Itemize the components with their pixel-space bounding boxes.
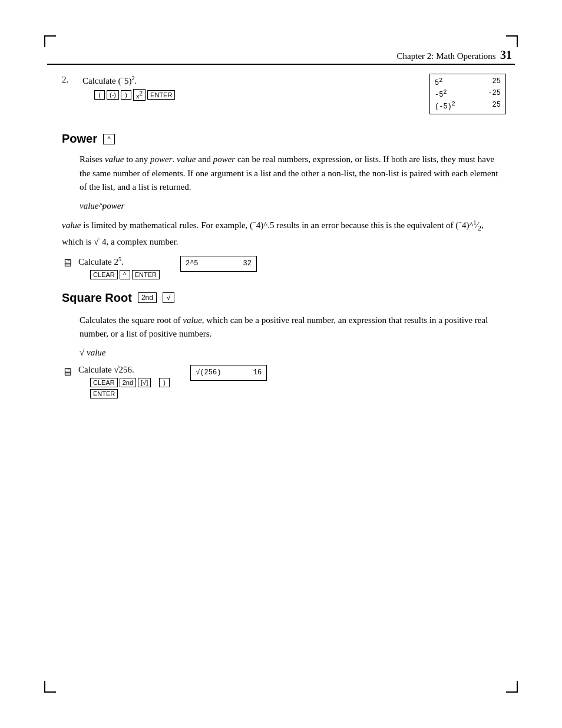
key-caret: ^	[120, 270, 130, 279]
sqrt-screen-left: √(256)	[196, 368, 221, 378]
key-clear-power: CLEAR	[90, 270, 118, 279]
screen-row-3-left: (-5)2	[435, 100, 455, 112]
key-digit-sqrt: )	[159, 378, 170, 387]
power-description: Raises value to any power. value and pow…	[80, 153, 506, 194]
sqrt-screen-row: √(256) 16	[196, 368, 262, 378]
corner-mark-tl	[44, 35, 56, 37]
screen-row-2-right: -25	[488, 88, 501, 100]
screen-row-1-right: 25	[492, 77, 501, 88]
calc-screen-sqrt: √(256) 16	[190, 365, 267, 381]
sqrt-formula: √ value	[80, 348, 506, 358]
calc-screen-1: 52 25 -52 -25 (-5)2 25	[429, 74, 506, 114]
screen-row-1-left: 52	[435, 77, 442, 88]
sqrt-example-text: Calculate √256.	[78, 365, 170, 375]
key-enter-sqrt: ENTER	[90, 389, 118, 398]
main-content: 2. Calculate (−5)2. ( (-) ) x2 ENTER 52 …	[62, 71, 506, 407]
corner-mark-v-tr	[517, 35, 518, 47]
power-key-symbol: ^	[103, 134, 115, 144]
problem-2-keystrokes: ( (-) ) x2 ENTER	[94, 89, 418, 101]
header-area: Chapter 2: Math Operations 31	[397, 48, 512, 62]
sqrt-key2: √	[163, 292, 174, 303]
power-example: 🖥 Calculate 25. CLEAR ^ ENTER 2^5 32	[62, 256, 506, 279]
key-open-paren: (	[94, 90, 105, 100]
corner-mark-tr	[506, 35, 518, 37]
sqrt-heading: Square Root	[62, 291, 132, 305]
corner-mark-v-bl	[44, 681, 45, 693]
power-keystrokes: CLEAR ^ ENTER	[90, 270, 160, 279]
key-sqrt: [√]	[138, 378, 151, 387]
screen-row-1: 52 25	[435, 77, 501, 88]
power-screen-row: 2^5 32	[186, 259, 252, 269]
sqrt-screen-right: 16	[253, 368, 262, 378]
screen-row-2: -52 -25	[435, 88, 501, 100]
calculator-icon: 🖥	[62, 257, 72, 269]
header-rule	[47, 64, 515, 65]
power-example-text: Calculate 25.	[78, 256, 160, 267]
calculator-icon-2: 🖥	[62, 366, 72, 378]
corner-mark-bl	[44, 691, 56, 693]
key-enter-1: ENTER	[147, 90, 175, 100]
power-heading: Power	[62, 132, 97, 146]
sqrt-key1: 2nd	[138, 292, 157, 303]
power-example-main: Calculate 25. CLEAR ^ ENTER	[78, 256, 160, 279]
screen-row-3-right: 25	[492, 100, 501, 112]
sqrt-heading-row: Square Root 2nd √	[62, 291, 506, 305]
corner-mark-br	[506, 691, 518, 693]
sqrt-description: Calculates the square root of value, whi…	[80, 314, 506, 341]
power-formula: value^power	[80, 201, 506, 211]
sqrt-example-content: Calculate √256. CLEAR 2nd [√] ) ENTER	[78, 365, 267, 398]
chapter-label: Chapter 2: Math Operations	[397, 51, 496, 61]
power-note: value is limited by mathematical rules. …	[62, 218, 506, 249]
sqrt-keystrokes-line2: ENTER	[90, 389, 170, 398]
key-enter-power: ENTER	[132, 270, 160, 279]
key-clear-sqrt: CLEAR	[90, 378, 118, 387]
sqrt-example-main: Calculate √256. CLEAR 2nd [√] ) ENTER	[78, 365, 170, 398]
screen-row-2-left: -52	[435, 88, 447, 100]
power-screen-left: 2^5	[186, 259, 199, 269]
power-screen-right: 32	[243, 259, 252, 269]
key-neg: (-)	[107, 90, 119, 100]
corner-mark-v-tl	[44, 35, 45, 47]
sqrt-example: 🖥 Calculate √256. CLEAR 2nd [√] ) ENTER	[62, 365, 506, 398]
page: Chapter 2: Math Operations 31 2. Calcula…	[0, 0, 562, 728]
problem-text: Calculate (−5)2. ( (-) ) x2 ENTER	[82, 74, 418, 101]
screen-row-3: (-5)2 25	[435, 100, 501, 112]
page-number: 31	[500, 48, 512, 61]
key-x2: x2	[133, 89, 146, 101]
corner-mark-v-br	[517, 681, 518, 693]
power-heading-row: Power ^	[62, 132, 506, 146]
sqrt-keystrokes-line1: CLEAR 2nd [√] )	[90, 378, 170, 387]
calc-screen-power: 2^5 32	[180, 256, 257, 272]
power-example-content: Calculate 25. CLEAR ^ ENTER 2^5 32	[78, 256, 257, 279]
problem-2-section: 2. Calculate (−5)2. ( (-) ) x2 ENTER 52 …	[62, 74, 506, 114]
key-close-paren: )	[121, 90, 131, 100]
problem-number: 2.	[62, 74, 80, 85]
key-2nd: 2nd	[120, 378, 136, 387]
